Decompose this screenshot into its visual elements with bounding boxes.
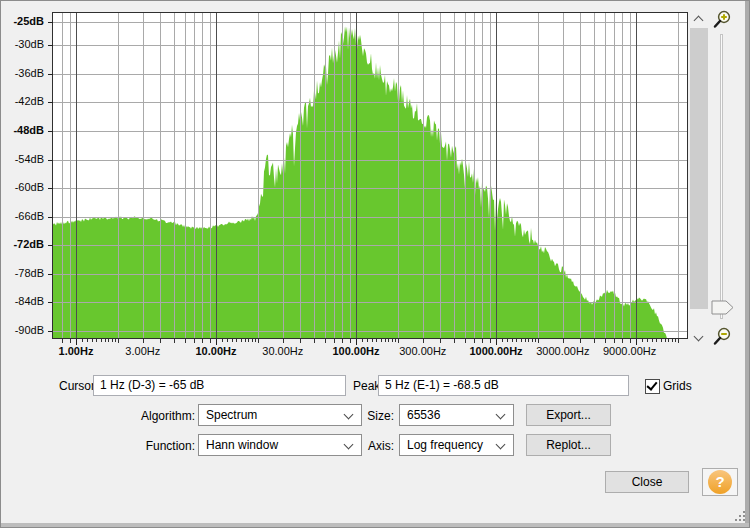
function-label: Function: <box>121 439 195 453</box>
chevron-down-icon <box>694 332 704 342</box>
function-select-value: Hann window <box>206 438 278 452</box>
zoom-slider-track[interactable] <box>720 34 723 319</box>
peak-readout: 5 Hz (E-1) = -68.5 dB <box>378 375 629 396</box>
close-button[interactable]: Close <box>605 471 689 493</box>
window-right-edge <box>745 1 750 528</box>
zoom-slider-thumb[interactable] <box>711 300 735 319</box>
y-axis-label: -66dB <box>3 210 44 223</box>
cursor-readout: 1 Hz (D-3) = -65 dB <box>93 375 346 396</box>
y-axis-label: -54dB <box>3 153 44 166</box>
y-axis-label: -25dB <box>3 15 44 28</box>
axis-select-value: Log frequency <box>407 438 483 452</box>
chevron-up-icon <box>694 16 704 26</box>
y-axis-label: -60dB <box>3 181 44 194</box>
y-axis-label: -42dB <box>3 95 44 108</box>
scroll-up-button[interactable] <box>689 11 709 27</box>
frequency-analysis-window: -25dB-30dB-36dB-42dB-48dB-54dB-60dB-66dB… <box>0 0 750 528</box>
magnifier-plus-icon <box>710 18 734 35</box>
y-axis-label: -30dB <box>3 38 44 51</box>
zoom-out-button[interactable] <box>710 325 734 349</box>
grids-checkbox[interactable] <box>645 379 660 394</box>
size-select[interactable]: 65536 <box>399 404 514 426</box>
chevron-down-icon <box>496 440 506 450</box>
algorithm-select-value: Spectrum <box>206 408 257 422</box>
x-axis-label: 3.00Hz <box>106 345 180 358</box>
x-axis-label: 3000.00Hz <box>526 345 600 358</box>
x-axis-label: 1000.00Hz <box>459 345 533 358</box>
size-select-value: 65536 <box>407 408 440 422</box>
scrollbar-thumb[interactable] <box>690 28 708 309</box>
export-button[interactable]: Export... <box>526 404 611 426</box>
magnifier-minus-icon <box>710 335 734 352</box>
algorithm-select[interactable]: Spectrum <box>198 404 362 426</box>
x-axis-label: 10.00Hz <box>179 345 253 358</box>
zoom-in-button[interactable] <box>710 8 734 32</box>
size-label: Size: <box>341 409 394 423</box>
plot-vertical-scrollbar[interactable] <box>689 11 709 346</box>
y-axis-label: -48dB <box>3 124 44 137</box>
x-axis-label: 100.00Hz <box>319 345 393 358</box>
y-axis-label: -72dB <box>3 238 44 251</box>
function-select[interactable]: Hann window <box>198 434 362 456</box>
x-axis-label: 1.00Hz <box>39 345 113 358</box>
check-icon <box>646 379 657 391</box>
x-axis-label: 30.00Hz <box>246 345 320 358</box>
y-axis-label: -78dB <box>3 267 44 280</box>
help-button[interactable]: ? <box>702 468 738 496</box>
window-bottom-edge <box>1 523 750 528</box>
y-axis-label: -90dB <box>3 324 44 337</box>
x-axis-label: 300.00Hz <box>386 345 460 358</box>
replot-button[interactable]: Replot... <box>526 434 611 456</box>
y-axis-label: -36dB <box>3 67 44 80</box>
axis-label: Axis: <box>341 439 394 453</box>
y-axis-label: -84dB <box>3 295 44 308</box>
scroll-down-button[interactable] <box>689 330 709 346</box>
resize-grip[interactable] <box>735 511 747 523</box>
algorithm-label: Algorithm: <box>121 409 195 423</box>
grids-checkbox-label: Grids <box>663 379 692 393</box>
question-mark-icon: ? <box>708 470 732 494</box>
chevron-down-icon <box>496 410 506 420</box>
x-axis-label: 9000.00Hz <box>593 345 667 358</box>
spectrum-plot[interactable] <box>46 12 689 346</box>
axis-select[interactable]: Log frequency <box>399 434 514 456</box>
